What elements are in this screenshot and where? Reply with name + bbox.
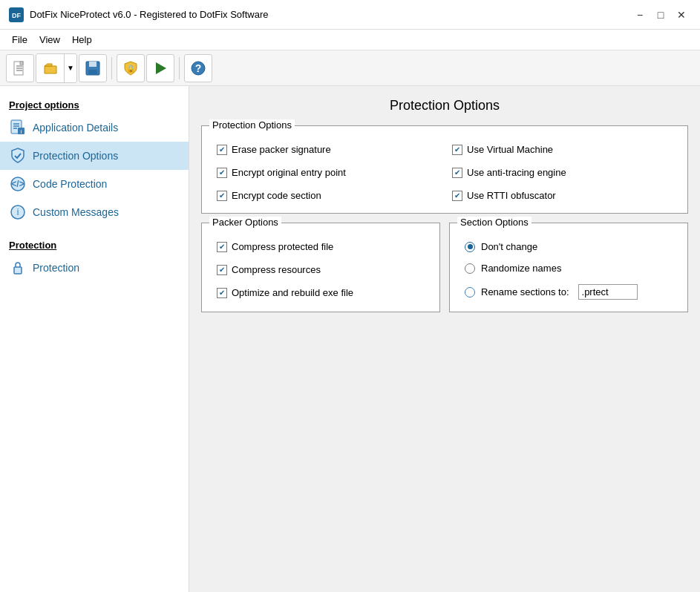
check-rtti-obfuscator-box[interactable]	[452, 191, 462, 201]
sidebar-item-application-details[interactable]: i Application Details	[0, 114, 189, 142]
check-erase-packer-sig-label: Erase packer signature	[232, 144, 331, 155]
application-details-icon: i	[9, 119, 27, 137]
check-encrypt-code-box[interactable]	[217, 191, 227, 201]
radio-randomize-names-btn[interactable]	[465, 263, 475, 274]
custom-messages-icon: i	[9, 203, 27, 221]
check-rtti-obfuscator[interactable]: Use RTTI obfuscator	[452, 190, 673, 201]
section-options-group: Section Options Don't change Randomize n…	[449, 223, 688, 312]
protection-options-right: Use Virtual Machine Use anti-tracing eng…	[452, 144, 673, 201]
window-controls: − □ ✕	[630, 5, 691, 24]
check-compress-resources-box[interactable]	[217, 265, 227, 275]
new-button[interactable]	[6, 54, 34, 82]
check-erase-packer-sig-box[interactable]	[217, 145, 227, 155]
menu-bar: File View Help	[0, 30, 700, 50]
run-button[interactable]	[146, 54, 174, 82]
code-protection-icon: </>	[9, 175, 27, 193]
menu-view[interactable]: View	[33, 32, 66, 47]
check-virtual-machine[interactable]: Use Virtual Machine	[452, 144, 673, 155]
packer-options-group-title: Packer Options	[209, 217, 281, 228]
radio-dont-change[interactable]: Don't change	[465, 241, 673, 252]
radio-randomize-names[interactable]: Randomize names	[465, 263, 673, 274]
check-encrypt-code[interactable]: Encrypt code section	[217, 190, 437, 201]
help-button[interactable]: ?	[184, 54, 212, 82]
svg-rect-8	[89, 62, 97, 67]
check-encrypt-entry-box[interactable]	[217, 168, 227, 178]
sidebar-label-protection-options: Protection Options	[33, 150, 118, 162]
check-optimize-rebuild[interactable]: Optimize and rebuild exe file	[217, 287, 425, 298]
svg-rect-3	[20, 62, 23, 65]
sidebar: Project options i Application Details Pr…	[0, 86, 189, 592]
protect-button[interactable]: 🔒	[117, 54, 145, 82]
svg-text:DF: DF	[12, 12, 21, 19]
toolbar-separator-1	[111, 57, 112, 79]
content-title: Protection Options	[201, 98, 688, 114]
check-anti-tracing-box[interactable]	[452, 168, 462, 178]
svg-text:i: i	[21, 128, 22, 135]
check-encrypt-entry-label: Encrypt original entry point	[232, 167, 346, 178]
protection-label: Protection	[0, 234, 189, 254]
menu-file[interactable]: File	[6, 32, 33, 47]
protection-options-group: Protection Options Erase packer signatur…	[201, 125, 688, 214]
radio-rename-sections[interactable]: Rename sections to:	[465, 284, 673, 300]
toolbar-separator-2	[179, 57, 180, 79]
svg-text:?: ?	[195, 62, 202, 74]
protection-icon	[9, 259, 27, 277]
sidebar-label-code-protection: Code Protection	[33, 178, 107, 190]
sidebar-label-application-details: Application Details	[33, 122, 118, 134]
check-compress-file-box[interactable]	[217, 242, 227, 252]
sidebar-item-code-protection[interactable]: </> Code Protection	[0, 170, 189, 198]
close-button[interactable]: ✕	[672, 5, 691, 24]
bottom-groups-row: Packer Options Compress protected file C…	[201, 223, 688, 321]
content-area: Protection Options Protection Options Er…	[189, 86, 700, 592]
title-bar: DF DotFix NiceProtect v6.0 - Registered …	[0, 0, 700, 30]
maximize-button[interactable]: □	[651, 5, 670, 24]
check-compress-resources-label: Compress resources	[232, 264, 321, 275]
open-button-group[interactable]: ▼	[36, 53, 77, 83]
svg-text:</>: </>	[11, 179, 24, 189]
check-compress-resources[interactable]: Compress resources	[217, 264, 425, 275]
sidebar-item-protection[interactable]: Protection	[0, 254, 189, 282]
open-button[interactable]	[36, 54, 65, 82]
sidebar-item-custom-messages[interactable]: i Custom Messages	[0, 198, 189, 226]
window-title: DotFix NiceProtect v6.0 - Registered to …	[30, 9, 630, 20]
main-layout: Project options i Application Details Pr…	[0, 86, 700, 592]
menu-help[interactable]: Help	[66, 32, 98, 47]
protection-options-group-title: Protection Options	[209, 119, 295, 131]
check-virtual-machine-box[interactable]	[452, 145, 462, 155]
svg-rect-9	[88, 70, 97, 75]
svg-text:i: i	[17, 207, 19, 217]
check-compress-file[interactable]: Compress protected file	[217, 241, 425, 252]
project-options-label: Project options	[0, 93, 189, 114]
check-anti-tracing-label: Use anti-tracing engine	[467, 167, 566, 178]
check-encrypt-entry[interactable]: Encrypt original entry point	[217, 167, 437, 178]
check-compress-file-label: Compress protected file	[232, 241, 333, 252]
svg-text:🔒: 🔒	[126, 64, 136, 73]
minimize-button[interactable]: −	[630, 5, 650, 24]
check-anti-tracing[interactable]: Use anti-tracing engine	[452, 167, 673, 178]
sidebar-item-protection-options[interactable]: Protection Options	[0, 142, 189, 170]
svg-rect-24	[14, 267, 22, 274]
packer-options-group: Packer Options Compress protected file C…	[201, 223, 440, 312]
check-virtual-machine-label: Use Virtual Machine	[467, 144, 553, 155]
radio-dont-change-label: Don't change	[481, 241, 537, 252]
app-icon: DF	[9, 7, 24, 22]
open-dropdown-button[interactable]: ▼	[65, 54, 76, 82]
check-optimize-rebuild-box[interactable]	[217, 288, 227, 298]
svg-marker-11	[156, 62, 166, 74]
radio-rename-sections-btn[interactable]	[465, 287, 475, 297]
check-encrypt-code-label: Encrypt code section	[232, 190, 321, 201]
radio-rename-sections-label: Rename sections to:	[481, 286, 569, 297]
sidebar-label-custom-messages: Custom Messages	[33, 206, 119, 218]
check-rtti-obfuscator-label: Use RTTI obfuscator	[467, 190, 556, 201]
protection-options-icon	[9, 147, 27, 165]
check-erase-packer-sig[interactable]: Erase packer signature	[217, 144, 437, 155]
save-button[interactable]	[79, 54, 107, 82]
radio-dont-change-btn[interactable]	[465, 242, 475, 252]
rename-sections-input[interactable]	[578, 284, 638, 300]
toolbar: ▼ 🔒 ?	[0, 50, 700, 86]
sidebar-label-protection: Protection	[33, 262, 79, 274]
section-options-group-title: Section Options	[457, 217, 531, 228]
check-optimize-rebuild-label: Optimize and rebuild exe file	[232, 287, 353, 298]
radio-randomize-names-label: Randomize names	[481, 263, 561, 274]
protection-options-left: Erase packer signature Encrypt original …	[217, 144, 437, 201]
